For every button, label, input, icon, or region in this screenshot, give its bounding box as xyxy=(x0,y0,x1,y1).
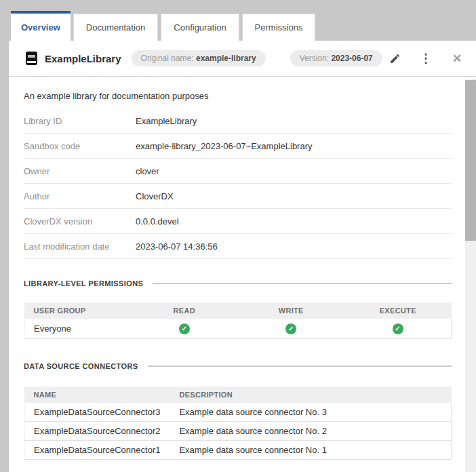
connector-description-cell: Example data source connector No. 2 xyxy=(170,422,451,441)
library-book-icon xyxy=(26,52,37,65)
info-value: clover xyxy=(136,166,159,176)
section-heading-rule xyxy=(148,366,452,367)
write-permission-cell: ✓ xyxy=(238,319,345,338)
connector-name-cell: ExampleDataSourceConnector2 xyxy=(24,422,170,441)
connector-description-cell: Example data source connector No. 1 xyxy=(170,441,451,460)
section-heading-permissions: LIBRARY-LEVEL PERMISSIONS xyxy=(24,279,452,288)
section-heading-label: DATA SOURCE CONNECTORS xyxy=(24,362,138,370)
column-header-write: WRITE xyxy=(238,302,345,319)
execute-permission-cell: ✓ xyxy=(344,319,452,338)
tab-documentation[interactable]: Documentation xyxy=(73,14,158,41)
version-value: 2023-06-07 xyxy=(331,54,372,63)
info-list: Library ID ExampleLibrary Sandbox code e… xyxy=(24,109,452,259)
info-label: Last modification date xyxy=(24,241,136,252)
scrollbar-thumb[interactable] xyxy=(465,80,476,241)
info-value: ExampleLibrary xyxy=(136,116,197,126)
column-header-user-group: USER GROUP xyxy=(24,302,132,319)
connectors-table-header-row: NAME DESCRIPTION xyxy=(24,387,452,403)
connector-description-cell: Example data source connector No. 3 xyxy=(170,403,451,422)
page-title: ExampleLibrary xyxy=(45,53,121,64)
original-name-label: Original name: xyxy=(141,54,194,63)
tab-permissions[interactable]: Permissions xyxy=(242,14,316,41)
table-row: Everyone ✓ ✓ ✓ xyxy=(24,319,452,338)
user-group-cell: Everyone xyxy=(24,319,132,338)
permissions-table: USER GROUP READ WRITE EXECUTE Everyone ✓… xyxy=(24,302,452,339)
overview-content: An example library for documentation pur… xyxy=(9,79,465,472)
edit-button[interactable] xyxy=(388,52,401,65)
original-name-value: example-library xyxy=(196,54,256,63)
original-name-badge: Original name: example-library xyxy=(132,50,266,66)
tab-bar: Overview Documentation Configuration Per… xyxy=(11,11,315,41)
version-badge: Version: 2023-06-07 xyxy=(290,50,382,66)
column-header-description: DESCRIPTION xyxy=(170,387,451,403)
data-source-connectors-table: NAME DESCRIPTION ExampleDataSourceConnec… xyxy=(24,387,452,460)
info-value: 0.0.0.devel xyxy=(136,216,179,227)
check-circle-icon: ✓ xyxy=(393,323,403,334)
section-heading-label: LIBRARY-LEVEL PERMISSIONS xyxy=(24,279,143,288)
info-row-library-id: Library ID ExampleLibrary xyxy=(24,109,452,134)
tab-configuration[interactable]: Configuration xyxy=(161,14,239,41)
check-circle-icon: ✓ xyxy=(179,323,190,334)
tab-overview[interactable]: Overview xyxy=(11,11,71,41)
column-header-name: NAME xyxy=(24,387,170,403)
info-label: Sandbox code xyxy=(24,141,136,151)
info-row-author: Author CloverDX xyxy=(24,184,452,209)
table-row: ExampleDataSourceConnector1 Example data… xyxy=(24,441,452,460)
info-value: example-library_2023-06-07~ExampleLibrar… xyxy=(136,141,313,151)
info-value: CloverDX xyxy=(136,191,174,201)
column-header-read: READ xyxy=(131,302,238,319)
header-actions: ⋮ ✕ xyxy=(388,52,464,65)
close-icon: ✕ xyxy=(452,53,462,64)
version-label: Version: xyxy=(300,54,329,63)
table-row: ExampleDataSourceConnector3 Example data… xyxy=(24,403,452,422)
panel-header: ExampleLibrary Original name: example-li… xyxy=(9,41,476,77)
column-header-execute: EXECUTE xyxy=(344,302,452,319)
check-circle-icon: ✓ xyxy=(285,323,296,334)
info-value: 2023-06-07 14:36:56 xyxy=(136,241,218,252)
info-row-last-modification: Last modification date 2023-06-07 14:36:… xyxy=(24,234,452,259)
library-detail-panel: ExampleLibrary Original name: example-li… xyxy=(9,41,476,472)
more-actions-button[interactable]: ⋮ xyxy=(419,52,433,65)
read-permission-cell: ✓ xyxy=(131,319,238,338)
connector-name-cell: ExampleDataSourceConnector3 xyxy=(24,403,170,422)
info-row-cloverdx-version: CloverDX version 0.0.0.devel xyxy=(24,209,452,234)
connector-name-cell: ExampleDataSourceConnector1 xyxy=(24,441,170,460)
table-row: ExampleDataSourceConnector2 Example data… xyxy=(24,422,452,441)
info-label: CloverDX version xyxy=(24,216,136,227)
info-row-owner: Owner clover xyxy=(24,159,452,184)
section-heading-rule xyxy=(153,283,452,284)
library-description: An example library for documentation pur… xyxy=(24,91,452,101)
section-heading-connectors: DATA SOURCE CONNECTORS xyxy=(24,362,452,370)
info-label: Library ID xyxy=(24,116,136,126)
close-button[interactable]: ✕ xyxy=(450,52,464,65)
permissions-table-header-row: USER GROUP READ WRITE EXECUTE xyxy=(24,302,452,319)
info-label: Author xyxy=(24,191,136,201)
vertical-scrollbar[interactable] xyxy=(465,79,476,472)
info-label: Owner xyxy=(24,166,136,176)
kebab-icon: ⋮ xyxy=(420,52,432,64)
info-row-sandbox-code: Sandbox code example-library_2023-06-07~… xyxy=(24,134,452,159)
pencil-icon xyxy=(389,53,401,64)
